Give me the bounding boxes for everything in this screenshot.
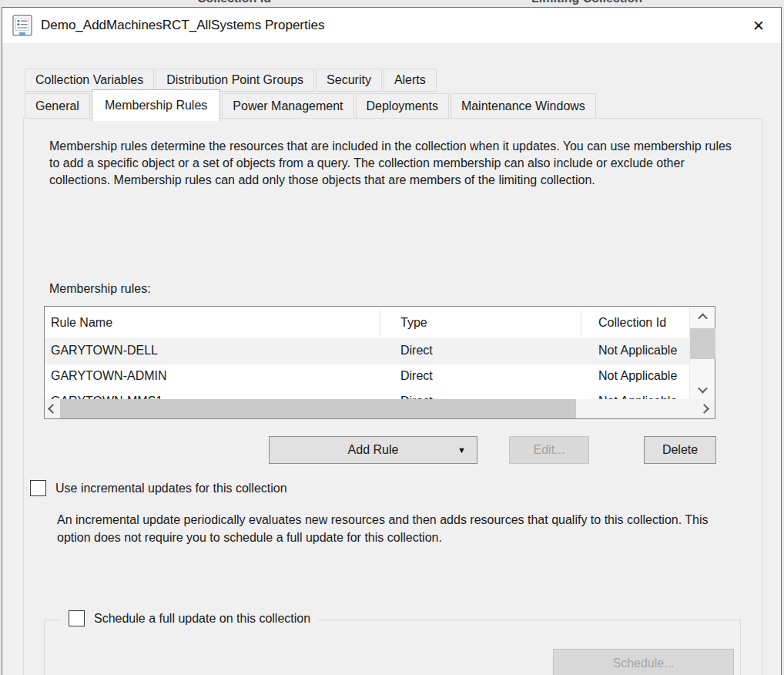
cell-collection-id: Not Applicable — [598, 369, 677, 383]
scroll-left-icon[interactable] — [45, 399, 60, 418]
tab-maintenance-windows[interactable]: Maintenance Windows — [451, 93, 596, 119]
table-header: Rule Name Type Collection Id — [45, 307, 689, 339]
scroll-up-icon[interactable] — [690, 307, 715, 327]
vertical-scrollbar[interactable] — [689, 307, 715, 399]
tab-general[interactable]: General — [25, 93, 90, 119]
schedule-group-label-row: Schedule a full update on this collectio… — [62, 610, 317, 626]
background-clipped-text: Limiting Collection — [531, 0, 642, 5]
add-rule-label: Add Rule — [348, 443, 399, 457]
schedule-full-update-checkbox[interactable] — [69, 610, 85, 626]
tab-collection-variables[interactable]: Collection Variables — [25, 69, 154, 92]
properties-dialog: Demo_AddMachinesRCT_AllSystems Propertie… — [2, 7, 782, 675]
schedule-full-update-label[interactable]: Schedule a full update on this collectio… — [94, 612, 310, 626]
background-clipped-text: Collection Id — [197, 0, 271, 5]
tab-deployments[interactable]: Deployments — [356, 93, 449, 119]
membership-rules-label: Membership rules: — [49, 282, 151, 296]
schedule-group-box: Schedule a full update on this collectio… — [44, 620, 741, 675]
membership-rules-description: Membership rules determine the resources… — [49, 138, 732, 189]
delete-button[interactable]: Delete — [644, 436, 716, 464]
cell-rule-name: GARYTOWN-ADMIN — [51, 369, 167, 383]
table-rows: GARYTOWN-DELL Direct Not Applicable GARY… — [45, 339, 689, 399]
table-row-partial[interactable]: GARYTOWN-MMS1 Direct Not Applicable — [45, 390, 689, 399]
column-header-type[interactable]: Type — [400, 307, 427, 338]
dialog-title: Demo_AddMachinesRCT_AllSystems Propertie… — [41, 18, 324, 33]
horizontal-scrollbar[interactable] — [45, 399, 715, 418]
incremental-updates-label[interactable]: Use incremental updates for this collect… — [55, 482, 287, 495]
incremental-updates-checkbox[interactable] — [30, 480, 46, 496]
incremental-updates-description: An incremental update periodically evalu… — [57, 511, 725, 546]
title-bar: Demo_AddMachinesRCT_AllSystems Propertie… — [2, 8, 781, 43]
tab-row-primary: General Membership Rules Power Managemen… — [25, 93, 598, 119]
tab-power-management[interactable]: Power Management — [222, 93, 353, 119]
membership-rules-tab-page: Membership rules determine the resources… — [23, 118, 763, 675]
cell-type: Direct — [400, 369, 433, 383]
scroll-right-icon[interactable] — [696, 399, 712, 418]
cell-collection-id: Not Applicable — [598, 344, 677, 358]
cell-type: Direct — [400, 344, 433, 358]
scroll-down-icon[interactable] — [690, 379, 715, 399]
incremental-updates-row: Use incremental updates for this collect… — [30, 480, 287, 496]
column-header-collection-id[interactable]: Collection Id — [598, 307, 666, 338]
tab-row-secondary: Collection Variables Distribution Point … — [25, 69, 438, 92]
edit-button[interactable]: Edit... — [509, 436, 589, 464]
tab-distribution-point-groups[interactable]: Distribution Point Groups — [156, 69, 314, 92]
table-row[interactable]: GARYTOWN-DELL Direct Not Applicable — [45, 339, 689, 364]
tab-alerts[interactable]: Alerts — [384, 69, 437, 92]
column-header-rule-name[interactable]: Rule Name — [51, 307, 112, 338]
screen: Collection Id Limiting Collection Demo_A… — [0, 0, 784, 675]
table-row[interactable]: GARYTOWN-ADMIN Direct Not Applicable — [45, 364, 689, 390]
background-window-strip: Collection Id Limiting Collection — [0, 0, 784, 7]
schedule-button[interactable]: Schedule... — [553, 649, 734, 675]
vertical-scrollbar-thumb[interactable] — [690, 328, 715, 359]
properties-sheet-icon — [12, 15, 32, 36]
tab-security[interactable]: Security — [316, 69, 382, 92]
close-icon[interactable]: ✕ — [736, 8, 781, 43]
cell-rule-name: GARYTOWN-DELL — [51, 344, 158, 358]
membership-rules-table: Rule Name Type Collection Id GARYTOWN-DE… — [44, 306, 715, 419]
column-divider[interactable] — [581, 310, 581, 336]
add-rule-button[interactable]: Add Rule ▼ — [269, 436, 477, 464]
tab-membership-rules[interactable]: Membership Rules — [92, 89, 220, 121]
dropdown-arrow-icon: ▼ — [457, 445, 466, 455]
horizontal-scrollbar-thumb[interactable] — [60, 399, 576, 418]
column-divider[interactable] — [380, 310, 380, 336]
